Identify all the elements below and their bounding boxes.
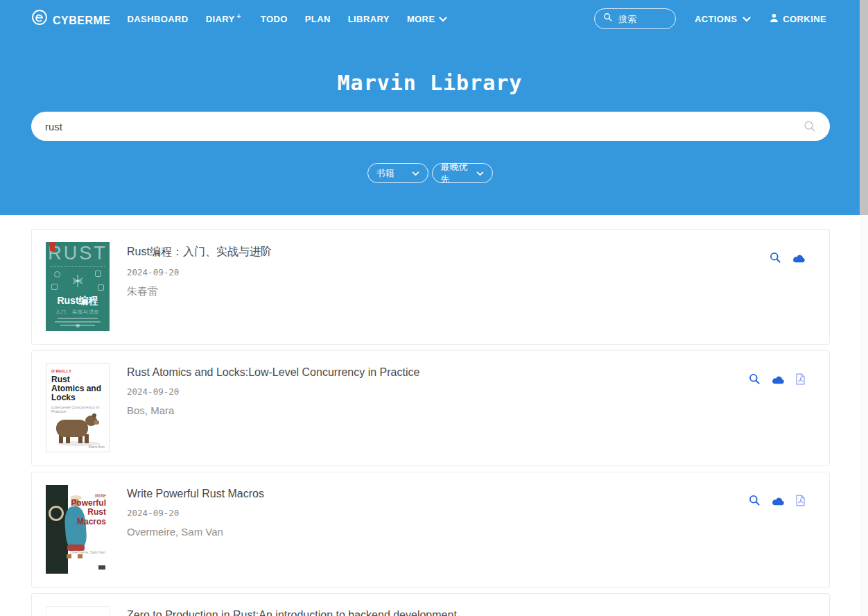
diary-plus-badge: + xyxy=(237,12,241,20)
card-actions xyxy=(749,373,806,385)
page: CyberMe DASHBOARD DIARY+ TODO PLAN xyxy=(0,0,868,616)
chevron-down-icon xyxy=(412,168,419,178)
nav-item-dashboard[interactable]: DASHBOARD xyxy=(128,14,189,24)
user-menu[interactable]: CORKINE xyxy=(770,13,826,24)
book-title: Zero to Production in Rust:An introducti… xyxy=(127,609,457,616)
preview-search-icon[interactable] xyxy=(770,252,781,264)
nav-item-more[interactable]: MORE xyxy=(407,14,448,24)
book-card: O'REILLY Rust Atomics and Locks Low-Leve… xyxy=(31,350,830,466)
book-card: Write Powerful Rust Macros Overmeire, Sa… xyxy=(31,472,830,588)
results-list: RUST xyxy=(31,229,830,616)
book-cover: O'REILLY Rust Atomics and Locks Low-Leve… xyxy=(46,363,110,452)
nav-item-todo[interactable]: TODO xyxy=(261,14,288,24)
chevron-down-icon xyxy=(476,168,484,178)
book-date: 2024-09-20 xyxy=(127,508,264,518)
book-date: 2024-09-20 xyxy=(127,386,419,397)
nav-search[interactable] xyxy=(594,8,676,29)
book-title: Write Powerful Rust Macros xyxy=(127,488,264,500)
user-icon xyxy=(770,13,779,24)
preview-search-icon[interactable] xyxy=(749,495,761,506)
book-title: Rust编程：入门、实战与进阶 xyxy=(127,245,272,259)
book-title: Rust Atomics and Locks:Low-Level Concurr… xyxy=(127,366,419,379)
logo[interactable]: CyberMe xyxy=(31,9,111,28)
scrollbar-thumb[interactable] xyxy=(860,0,868,215)
nav-items: DASHBOARD DIARY+ TODO PLAN LIBRARY xyxy=(128,14,448,24)
top-nav: CyberMe DASHBOARD DIARY+ TODO PLAN xyxy=(0,0,860,37)
filter-row: 书籍 最晚优先 xyxy=(0,163,860,183)
filter-type-select[interactable]: 书籍 xyxy=(367,163,428,183)
book-author: Bos, Mara xyxy=(127,404,419,416)
book-author: Overmeire, Sam Van xyxy=(127,526,264,538)
chevron-down-icon xyxy=(743,14,751,24)
search-icon[interactable] xyxy=(804,120,816,135)
library-search-input[interactable] xyxy=(45,121,773,132)
nav-item-library[interactable]: LIBRARY xyxy=(348,14,390,24)
book-cover: Write Powerful Rust Macros Overmeire, Sa… xyxy=(46,485,110,574)
card-actions xyxy=(749,495,806,506)
header: CyberMe DASHBOARD DIARY+ TODO PLAN xyxy=(0,0,860,215)
user-name: CORKINE xyxy=(783,14,826,24)
nav-right: ACTIONS CORKINE xyxy=(594,8,826,29)
logo-text: CyberMe xyxy=(53,10,111,28)
nav-item-diary[interactable]: DIARY+ xyxy=(206,14,243,24)
publisher-logo xyxy=(98,565,105,570)
cloud-download-icon[interactable] xyxy=(792,253,806,263)
card-actions xyxy=(770,252,806,264)
filter-sort-select[interactable]: 最晚优先 xyxy=(432,163,493,183)
preview-search-icon[interactable] xyxy=(749,373,761,385)
actions-menu[interactable]: ACTIONS xyxy=(695,14,751,24)
chevron-down-icon xyxy=(439,14,447,24)
book-cover: RUST xyxy=(46,242,110,331)
book-date: 2024-09-20 xyxy=(127,267,272,277)
logo-icon xyxy=(31,9,48,28)
pdf-file-icon[interactable] xyxy=(795,495,806,506)
nav-search-input[interactable] xyxy=(618,14,667,24)
search-icon xyxy=(603,12,613,25)
vertical-scrollbar[interactable] xyxy=(860,0,868,616)
cloud-download-icon[interactable] xyxy=(771,375,785,384)
page-title: Marvin Library xyxy=(0,37,860,95)
book-card: ZERO TO PRODUCTION IN RUST Zero to Produ… xyxy=(31,593,830,616)
bear-illustration xyxy=(52,411,105,446)
nav-item-plan[interactable]: PLAN xyxy=(305,14,331,24)
book-author: 朱春雷 xyxy=(127,285,272,298)
library-search-bar[interactable] xyxy=(31,112,830,141)
book-card: RUST xyxy=(31,229,830,345)
pdf-file-icon[interactable] xyxy=(795,373,806,385)
cloud-download-icon[interactable] xyxy=(771,496,785,506)
book-cover: ZERO TO PRODUCTION IN RUST xyxy=(46,606,110,616)
